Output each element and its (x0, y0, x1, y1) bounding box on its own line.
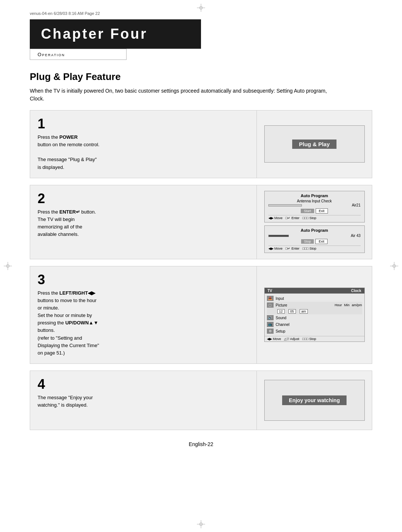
step-2-exit-btn-2[interactable]: Exit (315, 239, 328, 244)
page-number: English-22 (30, 441, 372, 447)
step-2-screens: Auto Program Antenna Input Check Air21 S… (264, 191, 365, 253)
step-2-right: Auto Program Antenna Input Check Air21 S… (256, 185, 372, 259)
chapter-header-box: Chapter Four (30, 19, 201, 49)
step-2-screen-1-title: Auto Program (268, 193, 361, 198)
step-4-screen-label: Enjoy your watching (282, 395, 347, 405)
step-4-screen: Enjoy your watching (264, 380, 365, 421)
tv-label-input: Input (276, 297, 284, 301)
page-wrapper: venus-04-en 6/28/03 8:16 AM Page 22 Chap… (0, 0, 402, 532)
step-block-3: 3 Press the LEFT/RIGHT◀▶ buttons to move… (30, 266, 372, 364)
tv-hour-value: 12 (277, 309, 285, 314)
chapter-title: Chapter Four (41, 26, 190, 42)
crosshair-bottom (197, 520, 205, 528)
step-block-4: 4 The message "Enjoy your watching." is … (30, 371, 372, 430)
tv-top-right: Clock (351, 289, 361, 293)
step-2-screen-1-btns: Start Exit (268, 208, 361, 214)
step-1-screen: Plug & Play (264, 125, 365, 163)
step-3-left: 3 Press the LEFT/RIGHT◀▶ buttons to move… (30, 266, 256, 363)
tv-label-hour: Hour (335, 303, 342, 307)
tv-label-setup: Setup (276, 329, 285, 333)
step-2-footer-stop-1: □□□ Stop (302, 216, 316, 220)
tv-label-min: Min (344, 303, 350, 307)
tv-row-picture: ▢ Picture Hour Min am/pm (267, 302, 362, 308)
step-2-start-btn[interactable]: Start (301, 209, 314, 213)
tv-time-values: 12 05 am (277, 309, 308, 314)
step-2-footer-move-2: ◀▶ Move (268, 247, 283, 250)
step-2-air-bar-2 (268, 235, 289, 237)
step-2-left: 2 Press the ENTER↵ button. The TV will b… (30, 185, 256, 259)
step-block-1: 1 Press the POWER button on the remote c… (30, 110, 372, 178)
step-2-screen-2: Auto Program Air 43 Stop Exit ◀▶ Move □↵… (264, 225, 365, 253)
tv-row-input: 📥 Input (267, 295, 362, 302)
tv-footer-move: ◀▶ Move (267, 337, 281, 341)
tv-topbar: TV Clock (265, 288, 364, 294)
step-2-screen-1-subtitle: Antenna Input Check (268, 199, 361, 203)
tv-row-values: 12 05 am (267, 308, 362, 314)
tv-row-sound: 🔊 Sound (267, 314, 362, 321)
step-4-text: The message "Enjoy your watching." is di… (38, 394, 164, 409)
operation-subtitle-box: Operation (30, 49, 127, 60)
tv-label-picture: Picture (276, 303, 287, 307)
tv-footer-stop: □□□ Stop (302, 337, 316, 341)
crosshair-right (390, 262, 398, 270)
step-2-footer-enter-2: □↵ Enter (285, 247, 299, 250)
step-3-tv-screen: TV Clock 📥 Input ▢ Picture Hour (264, 288, 365, 342)
step-4-left: 4 The message "Enjoy your watching." is … (30, 371, 256, 430)
chapter-header-area: Chapter Four Operation (30, 19, 372, 60)
crosshair-left (4, 262, 12, 270)
step-block-2: 2 Press the ENTER↵ button. The TV will b… (30, 185, 372, 259)
step-1-text: Press the POWER button on the remote con… (38, 134, 164, 171)
step-2-screen-1: Auto Program Antenna Input Check Air21 S… (264, 191, 365, 222)
step-2-exit-btn-1[interactable]: Exit (316, 208, 328, 214)
intro-text: When the TV is initially powered On, two… (30, 87, 335, 103)
tv-top-left: TV (268, 289, 272, 293)
tv-row-channel: 📺 Channel (267, 321, 362, 328)
step-2-footer-move-1: ◀▶ Move (268, 216, 283, 220)
step-2-footer-enter-1: □↵ Enter (285, 216, 299, 220)
step-4-right: Enjoy your watching (256, 371, 372, 430)
tv-picture-inputs: Hour Min am/pm (335, 303, 362, 307)
step-2-air-label-2: Air 43 (351, 234, 360, 238)
tv-ampm-value: am (300, 309, 308, 314)
step-1-number: 1 (38, 117, 249, 131)
step-1-left: 1 Press the POWER button on the remote c… (30, 110, 256, 178)
step-1-right: Plug & Play (256, 110, 372, 178)
tv-footer: ◀▶ Move △▽ Adjust □□□ Stop (265, 336, 364, 342)
step-2-screen-2-btns: Stop Exit (268, 239, 361, 244)
tv-row-setup: ⚙ Setup (267, 328, 362, 334)
step-2-footer-stop-2: □□□ Stop (302, 247, 316, 250)
tv-icon-setup: ⚙ (267, 329, 274, 334)
tv-label-sound: Sound (276, 316, 287, 320)
step-2-screen-2-air-row: Air 43 (268, 234, 361, 238)
step-2-text: Press the ENTER↵ button. The TV will beg… (38, 208, 164, 238)
tv-footer-adjust: △▽ Adjust (284, 337, 299, 341)
step-2-screen-2-footer: ◀▶ Move □↵ Enter □□□ Stop (268, 246, 361, 250)
tv-icon-sound: 🔊 (267, 315, 274, 320)
step-2-screen-1-footer: ◀▶ Move □↵ Enter □□□ Stop (268, 215, 361, 220)
step-2-number: 2 (38, 192, 249, 205)
step-2-screen-1-air-row: Air21 (268, 203, 361, 207)
tv-menu-rows: 📥 Input ▢ Picture Hour Min am/pm (265, 294, 364, 336)
step-2-air-label-1: Air21 (352, 203, 360, 207)
tv-label-channel: Channel (276, 323, 290, 327)
tv-icon-input: 📥 (267, 296, 274, 301)
step-2-screen-2-title: Auto Program (268, 228, 361, 233)
page-meta-text: venus-04-en 6/28/03 8:16 AM Page 22 (30, 11, 100, 16)
step-2-stop-btn[interactable]: Stop (301, 239, 314, 244)
crosshair-top (197, 4, 205, 12)
tv-icon-picture: ▢ (267, 302, 274, 308)
tv-icon-channel: 📺 (267, 322, 274, 327)
section-title: Plug & Play Feature (30, 71, 372, 83)
tv-min-value: 05 (288, 309, 296, 314)
step-4-number: 4 (38, 378, 249, 391)
operation-subtitle: Operation (38, 52, 65, 57)
step-3-number: 3 (38, 273, 249, 286)
tv-label-ampm: am/pm (352, 303, 362, 307)
step-1-screen-label: Plug & Play (292, 140, 336, 149)
step-3-right: TV Clock 📥 Input ▢ Picture Hour (256, 266, 372, 363)
page-num: 22 (208, 441, 214, 447)
page-label: English- (189, 441, 208, 447)
step-2-air-bar-1 (268, 204, 302, 206)
step-3-text: Press the LEFT/RIGHT◀▶ buttons to move t… (38, 289, 164, 357)
